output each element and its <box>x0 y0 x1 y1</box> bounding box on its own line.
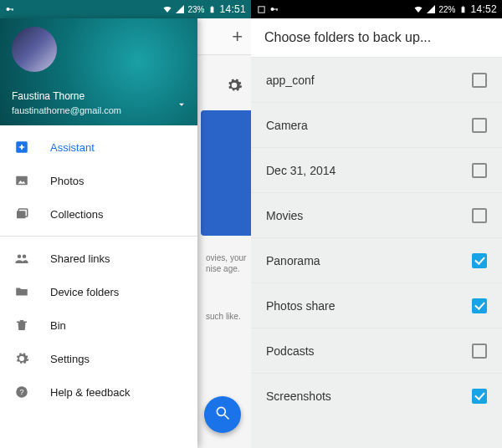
drawer-item-label: Assistant <box>50 141 95 154</box>
svg-point-5 <box>217 407 225 415</box>
clock: 14:52 <box>470 3 497 15</box>
phone-right: 22% 14:52 Choose folders to back up... a… <box>251 0 502 448</box>
folder-label: Podcasts <box>266 344 315 358</box>
battery-icon <box>207 4 217 14</box>
folder-row-photos-share[interactable]: Photos share <box>251 283 502 328</box>
checkbox[interactable] <box>472 344 487 359</box>
checkbox[interactable] <box>472 118 487 133</box>
drawer-item-label: Photos <box>50 175 84 187</box>
drawer-item-bin[interactable]: Bin <box>0 308 197 342</box>
battery-percent: 22% <box>438 5 455 14</box>
svg-point-11 <box>18 255 22 259</box>
drawer-header[interactable]: Faustina Thorne faustinathorne@gmail.com <box>0 18 197 125</box>
folder-row-panorama[interactable]: Panorama <box>251 237 502 283</box>
folder-row-dec-31-2014[interactable]: Dec 31, 2014 <box>251 147 502 192</box>
drawer-item-label: Help & feedback <box>50 386 130 399</box>
people-icon <box>13 250 30 267</box>
drawer-list: Assistant Photos Collections Shared link <box>0 125 197 448</box>
account-name: Faustina Thorne <box>12 90 85 102</box>
drawer-item-photos[interactable]: Photos <box>0 164 197 197</box>
chevron-down-icon[interactable] <box>176 99 187 114</box>
checkbox[interactable] <box>472 163 487 178</box>
folder-row-movies[interactable]: Movies <box>251 192 502 237</box>
phone-left: 23% 14:51 + ovies, your nise age. such l… <box>0 0 251 448</box>
checkbox[interactable] <box>472 208 487 223</box>
drawer-item-help[interactable]: ? Help & feedback <box>0 375 197 409</box>
signal-icon <box>175 4 185 14</box>
svg-text:?: ? <box>19 388 23 396</box>
drawer-item-label: Shared links <box>50 252 110 265</box>
key-icon <box>269 4 279 14</box>
svg-rect-18 <box>277 9 278 12</box>
gear-icon[interactable] <box>226 77 243 97</box>
folder-label: Movies <box>266 209 303 222</box>
drawer-item-label: Device folders <box>50 286 119 298</box>
folder-row-screenshots[interactable]: Screenshots <box>251 373 502 418</box>
drawer-item-settings[interactable]: Settings <box>0 342 197 375</box>
statusbar-left: 23% 14:51 <box>0 0 251 18</box>
drawer-item-device-folders[interactable]: Device folders <box>0 275 197 308</box>
clock: 14:51 <box>219 3 246 15</box>
folder-row-app_conf[interactable]: app_conf <box>251 57 502 102</box>
svg-rect-19 <box>462 7 465 13</box>
photos-icon <box>13 172 30 189</box>
navigation-drawer: Faustina Thorne faustinathorne@gmail.com… <box>0 18 197 448</box>
svg-line-6 <box>225 415 229 420</box>
drawer-item-label: Bin <box>50 319 66 332</box>
account-email: faustinathorne@gmail.com <box>12 105 121 115</box>
drawer-item-label: Settings <box>50 353 90 365</box>
folder-label: Screenshots <box>266 389 331 403</box>
svg-rect-2 <box>13 9 13 12</box>
key-icon <box>5 4 15 14</box>
collections-icon <box>13 206 30 222</box>
promo-text-2: such like. <box>206 311 248 322</box>
checkbox[interactable] <box>472 298 487 313</box>
square-icon <box>256 4 266 14</box>
help-icon: ? <box>13 384 30 400</box>
drawer-item-shared-links[interactable]: Shared links <box>0 242 197 275</box>
svg-point-12 <box>23 255 27 259</box>
folder-label: Photos share <box>266 299 336 313</box>
battery-percent: 23% <box>187 5 204 14</box>
svg-point-0 <box>7 8 10 11</box>
svg-rect-3 <box>211 7 214 13</box>
wifi-icon <box>162 4 172 14</box>
svg-rect-20 <box>463 6 464 7</box>
checkbox[interactable] <box>472 389 487 404</box>
folder-label: Dec 31, 2014 <box>266 164 336 177</box>
checkbox[interactable] <box>472 73 487 88</box>
drawer-item-assistant[interactable]: Assistant <box>0 130 197 164</box>
folder-picker: Choose folders to back up... app_conf Ca… <box>251 18 502 448</box>
signal-icon <box>426 4 436 14</box>
checkbox[interactable] <box>472 253 487 268</box>
folder-row-podcasts[interactable]: Podcasts <box>251 328 502 373</box>
assistant-icon <box>13 139 30 155</box>
folder-icon <box>13 283 30 300</box>
drawer-item-collections[interactable]: Collections <box>0 197 197 231</box>
folder-label: app_conf <box>266 74 315 87</box>
divider <box>0 236 197 237</box>
folder-row-camera[interactable]: Camera <box>251 102 502 147</box>
search-icon <box>214 405 231 425</box>
folder-label: Panorama <box>266 254 320 267</box>
folder-list: app_conf Camera Dec 31, 2014 Movies Pano… <box>251 57 502 418</box>
add-icon[interactable]: + <box>232 26 243 48</box>
svg-rect-15 <box>258 6 264 12</box>
statusbar-right: 22% 14:52 <box>251 0 502 18</box>
avatar[interactable] <box>12 27 57 72</box>
wifi-icon <box>413 4 423 14</box>
svg-point-16 <box>271 8 274 11</box>
gear-icon <box>13 350 30 367</box>
trash-icon <box>13 317 30 333</box>
page-title: Choose folders to back up... <box>251 18 502 57</box>
promo-text-1: ovies, your nise age. <box>206 252 248 274</box>
svg-rect-4 <box>212 6 213 7</box>
folder-label: Camera <box>266 119 308 132</box>
promo-card <box>201 110 251 236</box>
search-fab[interactable] <box>204 396 241 433</box>
battery-icon <box>458 4 468 14</box>
drawer-item-label: Collections <box>50 208 104 221</box>
